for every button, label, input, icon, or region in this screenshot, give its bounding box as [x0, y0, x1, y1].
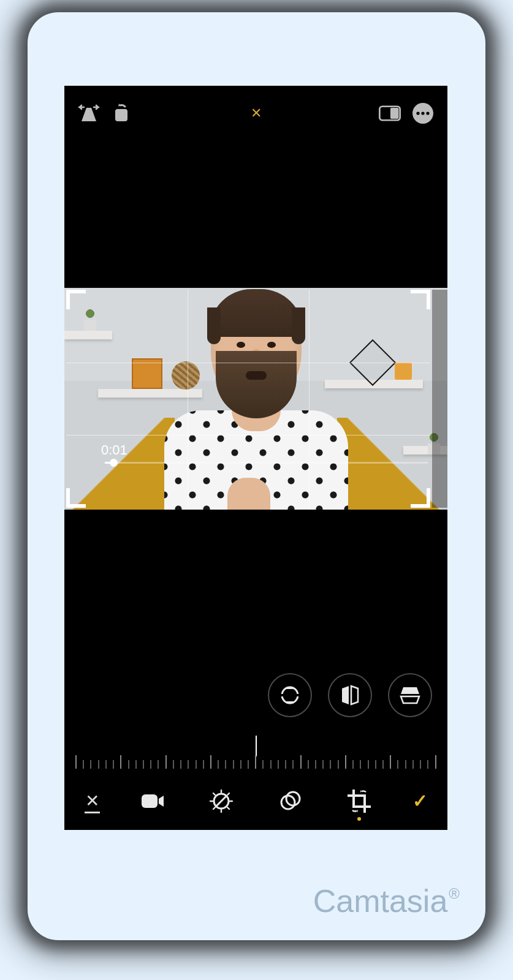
flip-vertical-button[interactable]	[328, 673, 372, 717]
tab-video[interactable]	[139, 788, 166, 815]
svg-line-16	[227, 807, 229, 809]
cancel-button[interactable]: ✕	[70, 791, 113, 811]
tab-filters[interactable]	[277, 788, 304, 815]
crop-mask	[432, 290, 447, 508]
rotate-icon[interactable]	[111, 102, 133, 124]
watermark: Camtasia®	[313, 883, 458, 919]
scrub-bar[interactable]	[105, 462, 428, 464]
svg-point-5	[421, 111, 424, 115]
cancel-icon: ✕	[85, 791, 99, 811]
ruler-ticks	[75, 750, 436, 769]
timestamp-label: 0:01	[101, 442, 127, 458]
svg-point-6	[426, 111, 429, 115]
video-preview[interactable]: 0:01	[64, 288, 447, 510]
angle-ruler[interactable]	[64, 737, 447, 774]
more-icon[interactable]	[412, 102, 434, 124]
close-icon[interactable]: ✕	[245, 102, 267, 124]
straighten-button[interactable]	[268, 673, 312, 717]
svg-line-18	[227, 793, 229, 795]
geometry-buttons	[64, 671, 432, 720]
svg-rect-2	[390, 108, 399, 119]
watermark-mark: ®	[449, 885, 460, 902]
device-frame: ✕	[28, 12, 485, 940]
scrub-handle[interactable]	[110, 459, 118, 467]
svg-point-4	[416, 111, 419, 115]
preview-background	[64, 288, 447, 510]
tab-adjust[interactable]	[208, 788, 235, 815]
svg-line-17	[213, 807, 215, 809]
flip-horizontal-button[interactable]	[388, 673, 432, 717]
app-screen: ✕	[64, 86, 447, 830]
watermark-text: Camtasia	[313, 883, 448, 919]
svg-rect-9	[142, 794, 158, 808]
svg-rect-0	[115, 109, 127, 121]
svg-rect-8	[281, 694, 299, 696]
top-toolbar: ✕	[64, 86, 447, 141]
confirm-button[interactable]: ✓	[398, 790, 441, 812]
aspect-ratio-icon[interactable]	[379, 102, 401, 124]
perspective-icon[interactable]	[78, 102, 100, 124]
confirm-icon: ✓	[412, 790, 428, 812]
close-label: ✕	[251, 105, 262, 121]
person-graphic	[164, 293, 348, 510]
tab-crop[interactable]	[346, 788, 373, 815]
svg-line-15	[213, 793, 215, 795]
bottom-toolbar: ✕	[64, 772, 447, 830]
